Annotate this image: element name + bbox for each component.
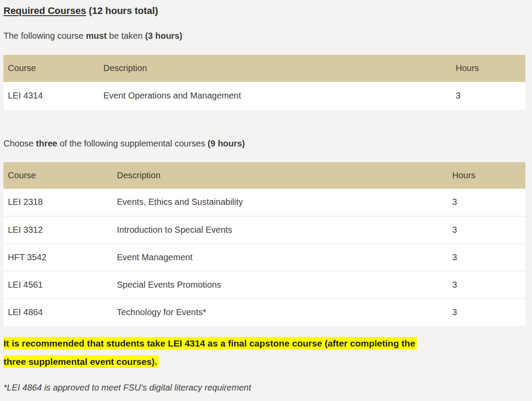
- cell-course-hours: 3: [448, 216, 525, 244]
- cell-course-hours: 3: [451, 82, 525, 110]
- required-header-course: Course: [3, 55, 99, 82]
- page-title: Required Courses (12 hours total): [3, 4, 525, 17]
- supplemental-header-hours: Hours: [448, 162, 525, 189]
- table-row: LEI 2318 Events, Ethics and Sustainabili…: [3, 189, 525, 216]
- required-table-header-row: Course Description Hours: [3, 55, 525, 82]
- required-header-description: Description: [99, 55, 451, 82]
- cell-course-description: Event Management: [113, 244, 448, 271]
- cell-course-code: LEI 4561: [3, 271, 113, 299]
- course-requirements-content: Required Courses (12 hours total) The fo…: [3, 4, 525, 393]
- cell-course-code: LEI 3312: [3, 216, 113, 244]
- intro-required-must: must: [86, 31, 107, 41]
- required-course-intro: The following course must be taken (3 ho…: [3, 30, 525, 42]
- supplemental-header-description: Description: [113, 162, 448, 189]
- capstone-recommendation-line2: three supplemental event courses).: [3, 355, 159, 368]
- table-row: LEI 4314 Event Operations and Management…: [3, 82, 525, 110]
- intro-required-pre: The following course: [3, 31, 86, 41]
- intro-required-mid: be taken: [107, 31, 145, 41]
- cell-course-code: LEI 2318: [3, 189, 113, 216]
- required-header-hours: Hours: [451, 55, 525, 82]
- cell-course-hours: 3: [448, 189, 525, 216]
- cell-course-code: HFT 3542: [3, 244, 113, 271]
- cell-course-description: Special Events Promotions: [113, 271, 448, 299]
- capstone-recommendation-line1: It is recommended that students take LEI…: [3, 337, 417, 350]
- supplemental-course-intro: Choose three of the following supplement…: [3, 138, 525, 150]
- required-course-table: Course Description Hours LEI 4314 Event …: [3, 55, 525, 110]
- cell-course-hours: 3: [448, 244, 525, 271]
- cell-course-code: LEI 4864: [3, 299, 113, 326]
- page-title-underlined: Required Courses: [3, 5, 86, 16]
- cell-course-description: Event Operations and Management: [99, 82, 451, 110]
- intro-supplemental-three: three: [36, 139, 58, 148]
- table-row: HFT 3542 Event Management 3: [3, 244, 525, 271]
- supplemental-table-header-row: Course Description Hours: [3, 162, 525, 189]
- intro-required-hours: (3 hours): [145, 31, 183, 41]
- cell-course-code: LEI 4314: [3, 82, 99, 110]
- intro-supplemental-mid: of the following supplemental courses: [57, 139, 208, 148]
- table-row: LEI 3312 Introduction to Special Events …: [3, 216, 525, 244]
- intro-supplemental-hours: (9 hours): [208, 139, 245, 148]
- cell-course-hours: 3: [448, 299, 525, 326]
- cell-course-description: Introduction to Special Events: [113, 216, 448, 244]
- cell-course-description: Events, Ethics and Sustainability: [113, 189, 448, 216]
- table-row: LEI 4864 Technology for Events* 3: [3, 299, 525, 326]
- page-title-suffix: (12 hours total): [86, 5, 158, 16]
- cell-course-description: Technology for Events*: [113, 299, 448, 326]
- supplemental-header-course: Course: [3, 162, 113, 189]
- cell-course-hours: 3: [448, 271, 525, 299]
- intro-supplemental-pre: Choose: [3, 139, 36, 148]
- capstone-recommendation: It is recommended that students take LEI…: [3, 334, 525, 371]
- table-row: LEI 4561 Special Events Promotions 3: [3, 271, 525, 299]
- digital-literacy-footnote: *LEI 4864 is approved to meet FSU’s digi…: [3, 383, 525, 393]
- supplemental-course-table: Course Description Hours LEI 2318 Events…: [3, 162, 525, 326]
